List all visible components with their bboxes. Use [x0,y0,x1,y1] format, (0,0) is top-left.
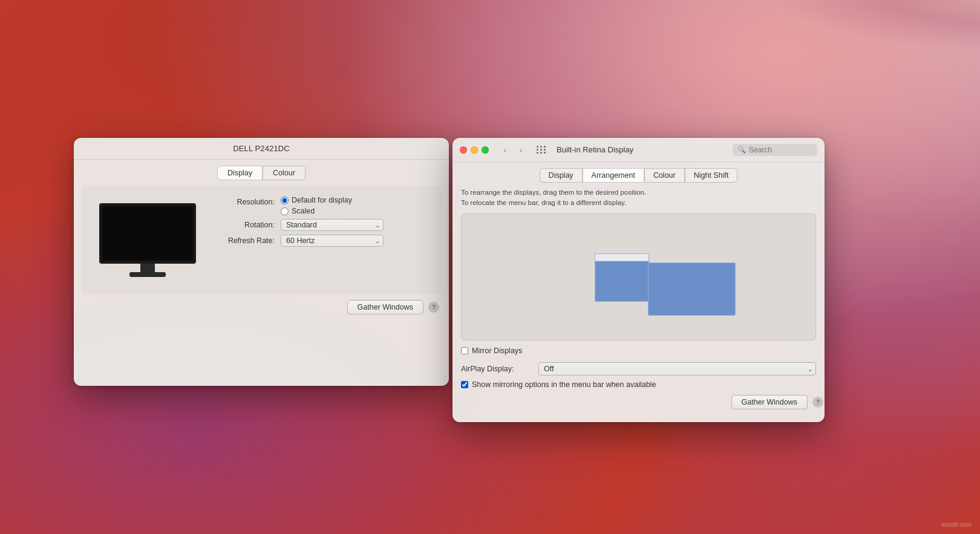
radio-default-display[interactable]: Default for display [281,196,352,204]
retina-window: ‹ › Built-in Retina Display 🔍 Display Ar… [452,138,825,422]
dell-tab-colour[interactable]: Colour [263,166,305,180]
monitor-preview [87,191,208,288]
retina-titlebar: ‹ › Built-in Retina Display 🔍 [452,138,825,162]
forward-arrow-button[interactable]: › [514,143,528,157]
mirror-displays-label: Mirror Displays [472,347,522,355]
arrangement-info: To rearrange the displays, drag them to … [461,187,816,209]
radio-default-label: Default for display [292,196,352,204]
resolution-row: Resolution: Default for display Scaled [214,196,436,215]
airplay-display-row: AirPlay Display: Off On ⌄ [461,362,816,376]
show-mirroring-row: Show mirroring options in the menu bar w… [461,380,816,389]
airplay-select-wrapper: Off On ⌄ [538,362,816,376]
watermark: wsxdn.com [941,521,972,528]
refresh-label: Refresh Rate: [214,236,281,245]
mirror-displays-checkbox[interactable] [461,347,468,354]
retina-tab-bar: Display Arrangement Colour Night Shift [452,162,825,187]
display-canvas [461,213,816,340]
retina-tab-arrangement[interactable]: Arrangement [583,168,644,183]
svg-rect-3 [129,272,166,277]
show-mirroring-checkbox[interactable] [461,381,468,388]
rotation-select[interactable]: Standard 90° 180° 270° [281,219,384,231]
back-arrow-button[interactable]: ‹ [498,143,512,157]
traffic-lights [460,146,489,154]
monitor-svg [93,197,202,282]
svg-rect-4 [103,207,192,260]
dell-gather-windows-button[interactable]: Gather Windows [347,300,423,314]
radio-default-input[interactable] [281,197,289,204]
dell-settings-panel: Resolution: Default for display Scaled R… [214,191,436,288]
dell-window-title: DELL P2421DC [233,144,290,153]
rotation-label: Rotation: [214,221,281,229]
show-mirroring-label: Show mirroring options in the menu bar w… [472,380,656,389]
arrangement-info-line1: To rearrange the displays, drag them to … [461,187,816,198]
close-button[interactable] [460,146,467,154]
radio-scaled-label: Scaled [292,207,315,215]
bg-wave-decoration [557,0,980,109]
svg-rect-2 [140,264,155,273]
retina-tab-display[interactable]: Display [540,168,583,183]
nav-arrows: ‹ › [498,143,528,157]
retina-tab-colour[interactable]: Colour [644,168,685,183]
display-menubar-indicator [595,254,648,261]
search-box[interactable]: 🔍 [733,144,817,156]
search-input[interactable] [749,146,809,154]
grid-dots-decoration [537,146,546,154]
dell-tab-display[interactable]: Display [217,166,263,180]
minimize-button[interactable] [471,146,478,154]
display-block-dell[interactable] [595,253,649,302]
resolution-options: Default for display Scaled [281,196,352,215]
dell-window: DELL P2421DC Display Colour Resolution: [74,138,449,386]
refresh-select[interactable]: 60 Hertz [281,235,384,247]
display-block-retina[interactable] [648,262,736,316]
dell-footer: Gather Windows ? [74,300,449,322]
grid-icon[interactable] [535,143,548,157]
maximize-button[interactable] [482,146,489,154]
retina-help-button[interactable]: ? [812,397,823,408]
retina-gather-windows-button[interactable]: Gather Windows [731,395,808,409]
rotation-select-wrapper: Standard 90° 180° 270° ⌄ [281,219,384,231]
mirror-displays-row: Mirror Displays [461,347,816,355]
arrangement-info-line2: To relocate the menu bar, drag it to a d… [461,198,816,208]
refresh-rate-row: Refresh Rate: 60 Hertz ⌄ [214,235,436,247]
radio-scaled-input[interactable] [281,207,289,215]
retina-tab-night-shift[interactable]: Night Shift [685,168,738,183]
dell-help-button[interactable]: ? [428,302,439,313]
resolution-label: Resolution: [214,198,281,206]
dell-tab-bar: Display Colour [74,160,449,185]
search-icon: 🔍 [737,146,746,154]
retina-footer: Gather Windows ? [452,395,825,417]
dell-titlebar: DELL P2421DC [74,138,449,160]
rotation-row: Rotation: Standard 90° 180° 270° ⌄ [214,219,436,231]
radio-scaled[interactable]: Scaled [281,207,352,215]
dell-content-area: Resolution: Default for display Scaled R… [81,185,442,294]
airplay-select[interactable]: Off On [538,362,816,376]
refresh-select-wrapper: 60 Hertz ⌄ [281,235,384,247]
airplay-display-label: AirPlay Display: [461,365,534,373]
retina-window-title: Built-in Retina Display [557,145,728,154]
retina-main-content: To rearrange the displays, drag them to … [452,187,825,395]
